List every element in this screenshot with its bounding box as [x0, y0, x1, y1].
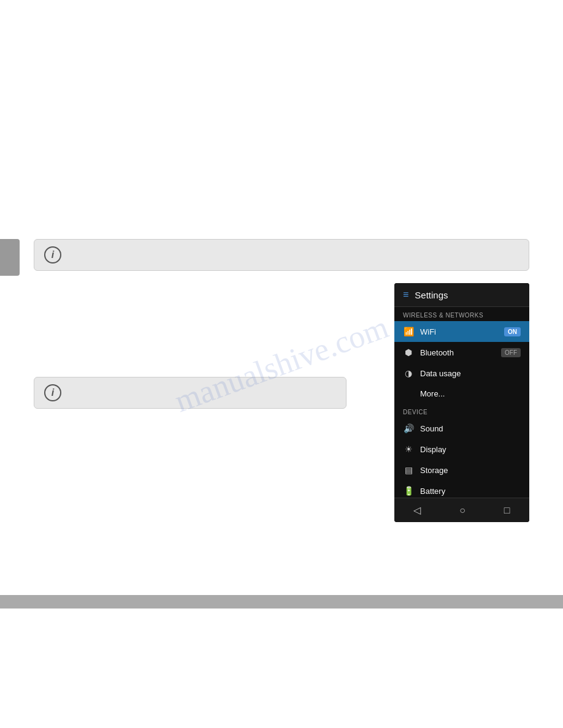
info-box-2: i — [34, 377, 347, 409]
more-label: More... — [420, 389, 521, 398]
settings-item-more[interactable]: More... — [394, 384, 529, 404]
section-label-wireless: WIRELESS & NETWORKS — [394, 307, 529, 321]
settings-item-bluetooth[interactable]: ⬢ Bluetooth OFF — [394, 342, 529, 363]
sound-label: Sound — [420, 424, 521, 433]
data-usage-icon: ◑ — [403, 368, 414, 378]
info-box-1: i — [34, 239, 529, 271]
display-label: Display — [420, 445, 521, 454]
bluetooth-toggle[interactable]: OFF — [501, 348, 521, 357]
settings-item-data-usage[interactable]: ◑ Data usage — [394, 363, 529, 384]
settings-title: Settings — [415, 290, 448, 300]
wifi-label: WiFi — [420, 327, 498, 336]
settings-header: ≡ Settings — [394, 283, 529, 307]
settings-item-sound[interactable]: 🔊 Sound — [394, 418, 529, 439]
left-tab — [0, 239, 20, 276]
nav-bar: ◁ ○ □ — [394, 498, 529, 522]
battery-label: Battery — [420, 487, 521, 496]
bottom-bar — [0, 595, 563, 609]
section-label-device: DEVICE — [394, 404, 529, 418]
storage-label: Storage — [420, 466, 521, 475]
info-icon-2: i — [44, 384, 61, 401]
settings-body: WIRELESS & NETWORKS 📶 WiFi ON ⬢ Bluetoot… — [394, 307, 529, 501]
settings-item-display[interactable]: ☀ Display — [394, 439, 529, 460]
settings-panel: ≡ Settings WIRELESS & NETWORKS 📶 WiFi ON… — [394, 283, 529, 522]
bluetooth-label: Bluetooth — [420, 348, 495, 357]
data-usage-label: Data usage — [420, 369, 521, 378]
settings-header-icon: ≡ — [403, 289, 408, 300]
sound-icon: 🔊 — [403, 423, 414, 433]
bluetooth-icon: ⬢ — [403, 347, 414, 357]
wifi-icon: 📶 — [403, 327, 414, 336]
display-icon: ☀ — [403, 444, 414, 454]
nav-recent-button[interactable]: □ — [504, 505, 510, 516]
settings-item-wifi[interactable]: 📶 WiFi ON — [394, 321, 529, 342]
wifi-toggle[interactable]: ON — [504, 327, 521, 336]
settings-item-storage[interactable]: ▤ Storage — [394, 460, 529, 480]
info-icon-1: i — [44, 246, 61, 264]
nav-back-button[interactable]: ◁ — [413, 504, 421, 516]
storage-icon: ▤ — [403, 465, 414, 475]
battery-icon: 🔋 — [403, 486, 414, 496]
nav-home-button[interactable]: ○ — [459, 505, 465, 516]
